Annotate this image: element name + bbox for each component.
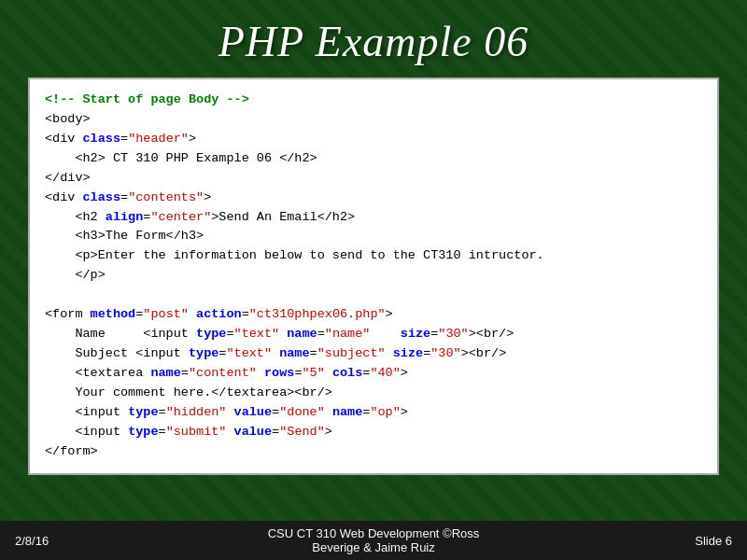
code-line-13: Subject <input type="text" name="subject… xyxy=(45,344,702,364)
code-line-4: <h2> CT 310 PHP Example 06 </h2> xyxy=(45,149,702,169)
code-line-12: Name <input type="text" name="name" size… xyxy=(45,325,702,344)
code-line-17: <input type="submit" value="Send"> xyxy=(45,423,702,442)
code-line-11: <form method="post" action="ct310phpex06… xyxy=(45,305,702,325)
footer-center: CSU CT 310 Web Development ©Ross Beverig… xyxy=(254,526,493,554)
code-line-10: </p> xyxy=(45,266,702,286)
code-line-8: <h3>The Form</h3> xyxy=(45,227,702,246)
code-box: <!-- Start of page Body --> <body> <div … xyxy=(28,77,719,475)
title-area: PHP Example 06 xyxy=(0,0,747,77)
code-line-14: <textarea name="content" rows="5" cols="… xyxy=(45,364,702,384)
code-line-5: </div> xyxy=(45,169,702,189)
footer: 2/8/16 CSU CT 310 Web Development ©Ross … xyxy=(0,521,747,560)
code-line-1: <!-- Start of page Body --> xyxy=(45,91,702,110)
slide-title: PHP Example 06 xyxy=(218,18,529,65)
footer-slide: Slide 6 xyxy=(493,534,732,548)
code-line-16: <input type="hidden" value="done" name="… xyxy=(45,403,702,423)
code-line-6: <div class="contents"> xyxy=(45,189,702,208)
code-line-18: </form> xyxy=(45,442,702,462)
code-line-7: <h2 align="center">Send An Email</h2> xyxy=(45,208,702,228)
code-line-15: Your comment here.</textarea><br/> xyxy=(45,384,702,403)
code-line-9: <p>Enter the information below to send t… xyxy=(45,246,702,266)
footer-date: 2/8/16 xyxy=(15,534,254,548)
code-line-blank xyxy=(45,286,702,305)
code-line-3: <div class="header"> xyxy=(45,130,702,149)
code-line-2: <body> xyxy=(45,110,702,130)
